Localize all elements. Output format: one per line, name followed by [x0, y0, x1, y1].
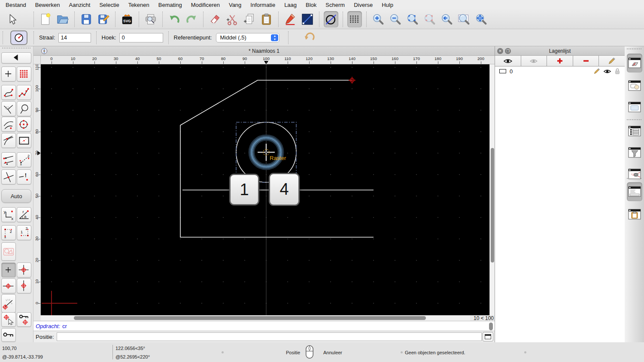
undo-button[interactable] [167, 11, 182, 27]
copy-button[interactable] [242, 11, 257, 27]
menu-item-vang[interactable]: Vang [229, 2, 241, 8]
grid-toggle-button[interactable] [347, 11, 362, 27]
vertical-scrollbar[interactable] [489, 64, 495, 315]
palette-drag-handle[interactable] [2, 48, 30, 48]
zoom-fit-button[interactable] [405, 11, 420, 27]
erase-button[interactable] [208, 11, 222, 27]
marker-angle-button[interactable] [1, 294, 16, 313]
snap-circle-button[interactable] [17, 101, 31, 116]
menu-item-blok[interactable]: Blok [306, 2, 316, 8]
snap-rect-button[interactable] [17, 133, 31, 148]
zoom-window-button[interactable] [457, 11, 471, 27]
cut-button[interactable] [225, 11, 240, 27]
command-panel-button[interactable] [627, 182, 642, 201]
marker-horizontal-button[interactable] [1, 278, 16, 293]
circle-radius-tool-button[interactable] [10, 30, 27, 45]
projector-panel-button[interactable] [627, 165, 642, 184]
collapse-palette-button[interactable] [1, 52, 31, 63]
hoek-input[interactable] [119, 33, 163, 42]
zoom-previous-button[interactable] [440, 11, 454, 27]
auto-mode-button[interactable]: Auto [1, 189, 31, 203]
list-panel-button[interactable] [627, 122, 642, 141]
menu-item-scherm[interactable]: Scherm [325, 2, 345, 8]
marker-plus-button[interactable] [1, 262, 16, 278]
zoom-in-button[interactable] [371, 11, 386, 27]
vertical-scrollbar-thumb[interactable] [491, 148, 494, 262]
command-scrollbar-thumb[interactable] [489, 323, 493, 330]
properties-panel-button[interactable] [627, 98, 642, 117]
position-input[interactable] [57, 332, 482, 341]
snap-tangent-button[interactable] [1, 133, 16, 148]
collapse-panel-button[interactable]: ❐ [505, 48, 511, 54]
menu-item-bestand[interactable]: Bestand [6, 2, 26, 8]
save-as-button[interactable] [96, 11, 111, 27]
hide-all-layers-button[interactable] [521, 56, 547, 66]
snap-center-button[interactable] [17, 117, 31, 132]
add-layer-button[interactable] [547, 56, 573, 66]
drawing-canvas[interactable]: Raster 1 4 [41, 64, 489, 315]
snap-intersection-button[interactable] [1, 101, 16, 116]
open-file-button[interactable] [55, 11, 70, 27]
layer-color-swatch[interactable] [499, 69, 506, 73]
new-document-button[interactable] [38, 11, 53, 27]
zoom-out-button[interactable] [388, 11, 403, 27]
menu-item-bemating[interactable]: Bemating [158, 2, 182, 8]
undo-last-point-button[interactable] [303, 30, 316, 45]
layer-row[interactable]: 0 [495, 66, 625, 76]
snap-direction-button[interactable] [1, 152, 16, 167]
menu-item-selectie[interactable]: Selectie [99, 2, 119, 8]
remove-layer-button[interactable] [573, 56, 599, 66]
snap-point-button[interactable] [1, 66, 16, 81]
layers-panel-button[interactable] [627, 54, 642, 72]
window-toggle-button[interactable] [483, 332, 493, 341]
ellipse-tool-button[interactable] [324, 11, 338, 27]
filter-panel-button[interactable] [627, 143, 642, 162]
marker-key-button[interactable] [17, 312, 31, 327]
paste-button[interactable] [259, 11, 274, 27]
snap-grid-button[interactable] [17, 66, 31, 81]
menu-item-bewerken[interactable]: Bewerken [35, 2, 60, 8]
shape-preview-button[interactable] [1, 242, 16, 261]
snap-exclude-button[interactable]: ! [17, 169, 31, 184]
tool-key-button[interactable] [1, 328, 16, 342]
print-preview-button[interactable] [143, 11, 158, 27]
tool-polyline-button[interactable] [17, 85, 31, 100]
snap-sequence-button[interactable]: 12 [17, 152, 31, 167]
layer-edit-pencil-icon[interactable] [593, 68, 600, 75]
coord-polar-button[interactable]: ra [17, 207, 31, 222]
coord-cartesian-button[interactable]: yx [1, 207, 16, 222]
menu-item-hulp[interactable]: Hulp [382, 2, 393, 8]
menu-item-informatie[interactable]: Informatie [250, 2, 275, 8]
marker-vertical-button[interactable] [17, 278, 31, 293]
straal-input[interactable] [58, 33, 91, 42]
horizontal-scrollbar-thumb[interactable] [74, 316, 426, 320]
menu-item-diverse[interactable]: Diverse [354, 2, 373, 8]
marker-crosshair-button[interactable] [17, 262, 31, 278]
layer-lock-icon[interactable] [614, 68, 620, 75]
shapes-panel-button[interactable] [627, 76, 642, 95]
referentiepunt-select[interactable]: Middel (,5) ▲▼ [216, 33, 279, 42]
snap-cross-button[interactable] [1, 169, 16, 184]
pan-button[interactable] [474, 11, 489, 27]
menu-item-aanzicht[interactable]: Aanzicht [69, 2, 91, 8]
menu-item-modificeren[interactable]: Modificeren [191, 2, 220, 8]
horizontal-scrollbar[interactable] [41, 315, 470, 321]
draw-pencil-button[interactable] [283, 11, 298, 27]
clipboard-panel-button[interactable] [627, 205, 642, 224]
coord-relative-2-button[interactable]: 12 [17, 225, 31, 240]
redo-button[interactable] [184, 11, 199, 27]
menu-item-tekenen[interactable]: Tekenen [128, 2, 149, 8]
svg-export-button[interactable]: SVG [120, 11, 134, 27]
layer-visibility-icon[interactable] [603, 69, 611, 74]
select-arrow-button[interactable] [5, 11, 19, 27]
coord-relative-1-button[interactable]: 12 [1, 225, 16, 240]
snap-arc-button[interactable] [1, 117, 16, 132]
menu-item-laag[interactable]: Laag [284, 2, 297, 8]
edit-layer-button[interactable] [599, 56, 625, 66]
show-all-layers-button[interactable] [495, 56, 521, 66]
marker-cursor-button[interactable] [1, 312, 16, 327]
save-button[interactable] [79, 11, 94, 27]
line-style-button[interactable] [300, 11, 315, 27]
close-panel-button[interactable]: ✕ [497, 48, 503, 54]
tool-curve-button[interactable] [1, 85, 16, 100]
